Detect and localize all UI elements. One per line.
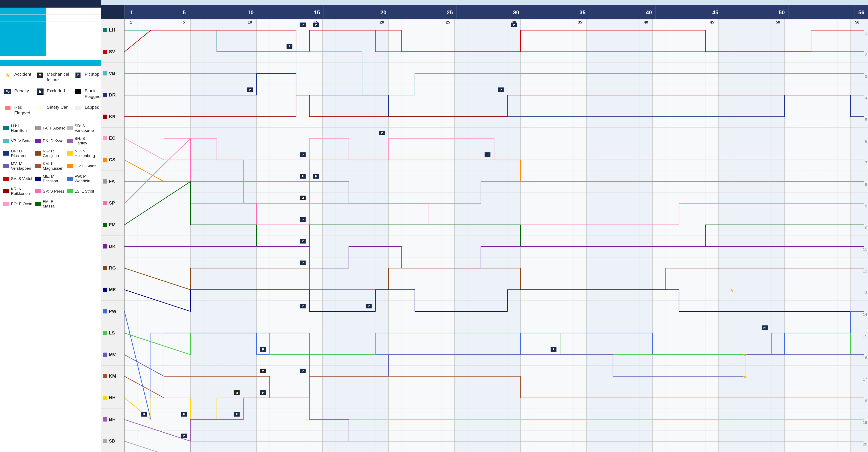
driver-code-label: ME xyxy=(109,287,116,293)
accident-icon: ★ xyxy=(3,71,12,79)
lap-record-value xyxy=(46,49,55,56)
nh-color xyxy=(67,151,73,156)
driver-code-label: SD xyxy=(109,438,116,444)
excluded-label: Excluded xyxy=(47,88,65,94)
driver-km: KM: K Magnussen xyxy=(35,160,66,172)
key-excluded: E Excluded xyxy=(34,86,70,101)
ls-label: LS: L Stroll xyxy=(74,189,94,193)
sv-label: SV: S Vettel xyxy=(11,176,32,181)
driver-color-indicator xyxy=(103,331,107,335)
safety-car-icon xyxy=(35,104,45,112)
driver-dr: DR: D Ricciardo xyxy=(3,148,34,159)
circuit-name-banner xyxy=(101,0,868,5)
ls-color xyxy=(67,189,73,193)
driver-color-indicator xyxy=(103,223,107,227)
driver-code-label: FA xyxy=(109,179,115,184)
driver-color-indicator xyxy=(103,93,107,97)
penalty-label: Penalty xyxy=(14,88,29,94)
lap-number-bar xyxy=(124,5,868,19)
driver-pw: PW: P Wehrlein xyxy=(67,173,97,184)
driver-sp: SP: S Perez xyxy=(35,186,66,197)
pos-row-11: DK xyxy=(101,236,124,257)
pos-row-14: PW xyxy=(101,301,124,322)
race-date-value xyxy=(46,7,55,14)
key-lapped: Lapped xyxy=(72,102,102,118)
pos-row-18: NH xyxy=(101,387,124,409)
driver-color-indicator xyxy=(103,50,107,54)
me-label: ME: M Ericsson xyxy=(43,174,66,183)
driver-color-indicator xyxy=(103,309,107,313)
grid-header xyxy=(101,5,124,19)
driver-fa: FA: F Alonso xyxy=(35,123,66,134)
driver-kr: KR: K Raikkonen xyxy=(3,186,34,197)
driver-code-label: DR xyxy=(109,92,116,98)
driver-color-indicator xyxy=(103,266,107,270)
pitstop-label: Pit stop xyxy=(85,71,99,77)
driver-code-label: RG xyxy=(109,265,116,271)
driver-color-indicator xyxy=(103,374,107,378)
driver-code-label: NH xyxy=(109,395,116,400)
sp-color xyxy=(35,189,41,193)
length-label xyxy=(0,35,46,42)
start-label xyxy=(0,28,46,35)
laps-row xyxy=(0,22,101,28)
driver-nh: NH: N Hulkenberg xyxy=(67,148,97,159)
excluded-icon: E xyxy=(35,88,45,95)
pos-row-12: RG xyxy=(101,257,124,279)
km-color xyxy=(35,164,41,168)
driver-sv: SV: S Vettel xyxy=(3,173,34,184)
laps-value xyxy=(46,22,55,28)
driver-color-indicator xyxy=(103,288,107,292)
mechanical-icon: M xyxy=(35,71,45,79)
mv-label: MV: M Verstappen xyxy=(11,161,34,171)
cs-color xyxy=(67,164,73,168)
pos-row-17: KM xyxy=(101,366,124,387)
driver-code-label: DK xyxy=(109,244,116,249)
pos-row-2: SV xyxy=(101,41,124,63)
pos-row-19: BH xyxy=(101,409,124,430)
fa-label: FA: F Alonso xyxy=(43,126,65,130)
driver-color-indicator xyxy=(103,396,107,400)
dr-label: DR: D Ricciardo xyxy=(11,149,34,158)
circuit-label xyxy=(0,14,46,21)
driver-dk: DK: D Kvyat xyxy=(35,135,66,147)
driver-color-indicator xyxy=(103,115,107,119)
pos-row-15: LS xyxy=(101,322,124,344)
mv-color xyxy=(3,164,9,168)
pos-row-8: FA xyxy=(101,171,124,192)
sv-color xyxy=(3,177,9,181)
black-flag-label: Black Flagged xyxy=(85,88,101,99)
lh-label: LH: L Hamilton xyxy=(11,124,34,133)
driver-bh: BH: B Hartley xyxy=(67,135,97,147)
vb-color xyxy=(3,139,9,143)
pos-row-16: MV xyxy=(101,344,124,366)
driver-rg: RG: R Grosjean xyxy=(35,148,66,159)
lap-record-label xyxy=(0,49,46,56)
race-date-row xyxy=(0,7,101,14)
pos-row-7: CS xyxy=(101,149,124,171)
driver-code-label: PW xyxy=(109,309,116,314)
lapped-icon xyxy=(73,104,83,112)
pos-row-3: VB xyxy=(101,63,124,84)
driver-code-label: CS xyxy=(109,157,116,162)
accident-label: Accident xyxy=(14,71,31,77)
pos-row-4: DR xyxy=(101,84,124,106)
pos-row-10: FM xyxy=(101,214,124,236)
chart-header xyxy=(101,5,868,19)
distance-label xyxy=(0,42,46,49)
driver-ls: LS: L Stroll xyxy=(67,186,97,197)
pw-color xyxy=(67,177,73,181)
vb-label: VB: V Bottas xyxy=(11,139,34,143)
bh-label: BH: B Hartley xyxy=(74,136,97,146)
black-flag-icon xyxy=(73,88,83,95)
driver-color-indicator xyxy=(103,28,107,32)
circuit-value xyxy=(46,14,55,21)
pitstop-icon: P xyxy=(73,71,83,79)
race-chart xyxy=(124,19,868,452)
sd-label: SD: S Vandoorne xyxy=(74,124,97,133)
key-black-flag: Black Flagged xyxy=(72,86,102,101)
fm-label: FM: F Massa xyxy=(43,199,66,209)
mechanical-label: Mechanical failure xyxy=(47,71,69,83)
driver-color-indicator xyxy=(103,136,107,140)
driver-code-label: KR xyxy=(109,114,116,119)
